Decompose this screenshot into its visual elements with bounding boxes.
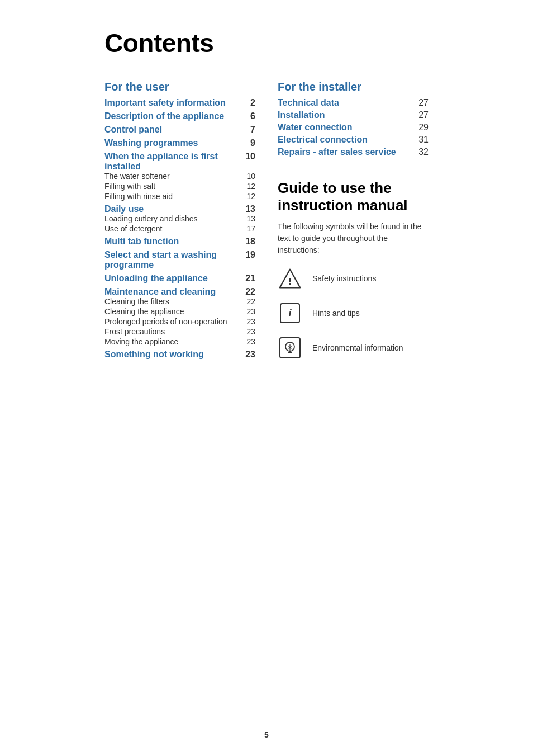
toc-page: 13 <box>242 214 255 223</box>
toc-label: Select and start a washingprogramme <box>104 250 242 270</box>
toc-page: 23 <box>242 317 255 326</box>
toc-page: 22 <box>242 287 255 297</box>
toc-select-start: Select and start a washingprogramme 19 <box>104 250 255 270</box>
toc-label: Description of the appliance <box>104 111 242 121</box>
toc-first-installed-group: When the appliance is firstinstalled 10 … <box>104 152 255 201</box>
toc-page: 2 <box>242 98 255 108</box>
guide-description: The following symbols will be found in t… <box>278 221 429 256</box>
toc-loading-cutlery: Loading cutlery and dishes 13 <box>104 214 255 223</box>
info-icon-label: Hints and tips <box>312 309 360 318</box>
toc-important-safety: Important safety information 2 <box>104 98 255 108</box>
toc-label: Maintenance and cleaning <box>104 287 242 297</box>
env-square-icon <box>279 337 301 358</box>
toc-label: Prolonged periods of non-operation <box>104 317 242 326</box>
toc-frost: Frost precautions 23 <box>104 327 255 336</box>
toc-label: Filling with salt <box>104 182 242 191</box>
toc-page: 23 <box>242 327 255 336</box>
recycling-icon <box>282 340 298 356</box>
toc-page: 29 <box>413 122 429 133</box>
toc-page: 10 <box>242 172 255 181</box>
toc-label: Use of detergent <box>104 224 242 233</box>
toc-label: Filling with rinse aid <box>104 192 242 201</box>
toc-label: Water connection <box>278 122 413 133</box>
installer-section-heading: For the installer <box>278 81 429 93</box>
toc-label: Unloading the appliance <box>104 273 242 284</box>
toc-prolonged-non-op: Prolonged periods of non-operation 23 <box>104 317 255 326</box>
toc-filling-rinse: Filling with rinse aid 12 <box>104 192 255 201</box>
toc-page: 23 <box>242 307 255 316</box>
toc-repairs: Repairs - after sales service 32 <box>278 147 429 157</box>
left-column: For the user Important safety informatio… <box>104 78 272 370</box>
info-icon-box: i <box>278 301 302 325</box>
toc-page: 9 <box>242 138 255 148</box>
two-column-layout: For the user Important safety informatio… <box>104 78 429 370</box>
env-icon-label: Environmental information <box>312 343 403 352</box>
toc-label: Electrical connection <box>278 135 413 145</box>
toc-page: 13 <box>242 204 255 214</box>
toc-page: 31 <box>413 135 429 145</box>
page-container: Contents For the user Important safety i… <box>71 0 462 756</box>
toc-cleaning-filters: Cleaning the filters 22 <box>104 297 255 306</box>
toc-electrical-connection: Electrical connection 31 <box>278 135 429 145</box>
page-title: Contents <box>104 28 429 58</box>
toc-label: Multi tab function <box>104 237 242 247</box>
user-section-heading: For the user <box>104 81 255 93</box>
toc-page: 12 <box>242 182 255 191</box>
toc-page: 23 <box>242 349 255 360</box>
env-icon-box-container <box>278 336 302 360</box>
toc-installation: Installation 27 <box>278 110 429 120</box>
toc-something-not-working: Something not working 23 <box>104 349 255 360</box>
toc-unloading: Unloading the appliance 21 <box>104 273 255 284</box>
toc-label: Daily use <box>104 204 242 214</box>
toc-use-detergent: Use of detergent 17 <box>104 224 255 233</box>
toc-label: Installation <box>278 110 413 120</box>
toc-page: 23 <box>242 337 255 346</box>
toc-label: Important safety information <box>104 98 242 108</box>
toc-page: 17 <box>242 224 255 233</box>
guide-section: Guide to use the instruction manual The … <box>278 179 429 360</box>
guide-title: Guide to use the instruction manual <box>278 179 429 214</box>
safety-icon-row: ! Safety instructions <box>278 266 429 291</box>
right-column: For the installer Technical data 27 Inst… <box>272 78 429 370</box>
toc-filling-salt: Filling with salt 12 <box>104 182 255 191</box>
env-icon-row: Environmental information <box>278 336 429 360</box>
toc-label: Technical data <box>278 98 413 108</box>
toc-cleaning-appliance: Cleaning the appliance 23 <box>104 307 255 316</box>
toc-label: Loading cutlery and dishes <box>104 214 242 223</box>
toc-label: Washing programmes <box>104 138 242 148</box>
warning-triangle-icon: ! <box>279 267 301 290</box>
toc-label: Moving the appliance <box>104 337 242 346</box>
toc-page: 32 <box>413 147 429 157</box>
toc-page: 10 <box>242 152 255 162</box>
toc-label: Control panel <box>104 125 242 135</box>
toc-multi-tab: Multi tab function 18 <box>104 237 255 247</box>
toc-page: 6 <box>242 111 255 121</box>
warning-icon-box: ! <box>278 266 302 291</box>
toc-page: 27 <box>413 98 429 108</box>
toc-label: The water softener <box>104 172 242 181</box>
toc-label: Repairs - after sales service <box>278 147 413 157</box>
safety-icon-label: Safety instructions <box>312 274 376 283</box>
toc-control-panel: Control panel 7 <box>104 125 255 135</box>
toc-moving: Moving the appliance 23 <box>104 337 255 346</box>
svg-text:!: ! <box>288 276 291 286</box>
toc-maintenance-group: Maintenance and cleaning 22 Cleaning the… <box>104 287 255 346</box>
info-square-icon: i <box>280 303 300 323</box>
toc-water-connection: Water connection 29 <box>278 122 429 133</box>
toc-label: Cleaning the appliance <box>104 307 242 316</box>
toc-page: 22 <box>242 297 255 306</box>
toc-page: 21 <box>242 273 255 284</box>
toc-page: 7 <box>242 125 255 135</box>
toc-water-softener: The water softener 10 <box>104 172 255 181</box>
toc-label: Frost precautions <box>104 327 242 336</box>
toc-page: 12 <box>242 192 255 201</box>
info-icon-row: i Hints and tips <box>278 301 429 325</box>
toc-description: Description of the appliance 6 <box>104 111 255 121</box>
toc-label: When the appliance is firstinstalled <box>104 152 242 172</box>
toc-daily-use-group: Daily use 13 Loading cutlery and dishes … <box>104 204 255 233</box>
toc-label: Something not working <box>104 349 242 360</box>
toc-washing-programmes: Washing programmes 9 <box>104 138 255 148</box>
toc-page: 27 <box>413 110 429 120</box>
toc-label: Cleaning the filters <box>104 297 242 306</box>
toc-page: 19 <box>242 250 255 260</box>
